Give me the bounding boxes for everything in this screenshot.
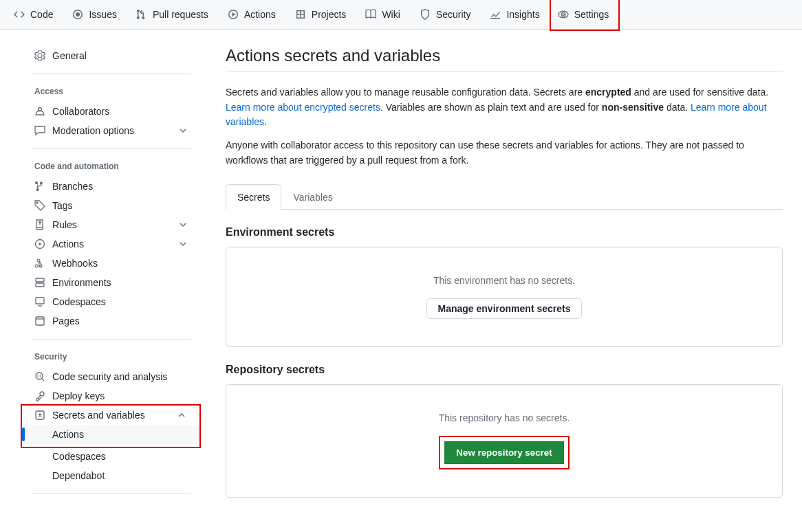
- sidebar-item-secrets[interactable]: Secrets and variables: [22, 406, 199, 425]
- repo-top-nav: Code Issues Pull requests Actions Projec…: [0, 0, 802, 30]
- env-empty-text: This environment has no secrets.: [237, 275, 771, 286]
- tab-code[interactable]: Code: [4, 0, 63, 30]
- manage-environment-secrets-button[interactable]: Manage environment secrets: [426, 298, 583, 319]
- webhook-icon: [34, 258, 45, 269]
- tab-issues[interactable]: Issues: [63, 0, 126, 30]
- sidebar-item-code-security[interactable]: Code security and analysis: [22, 367, 201, 386]
- sidebar-item-branches[interactable]: Branches: [22, 177, 201, 196]
- sidebar-item-tags[interactable]: Tags: [22, 196, 201, 215]
- link-encrypted-secrets[interactable]: Learn more about encrypted secrets: [226, 102, 380, 113]
- codescan-icon: [34, 371, 45, 382]
- sidebar-item-moderation[interactable]: Moderation options: [22, 121, 201, 140]
- people-icon: [34, 106, 45, 117]
- sidebar-sub-codespaces[interactable]: Codespaces: [22, 447, 201, 466]
- tab-projects[interactable]: Projects: [285, 0, 356, 30]
- server-icon: [34, 277, 45, 288]
- environment-secrets-box: This environment has no secrets. Manage …: [226, 247, 783, 347]
- sidebar-item-actions[interactable]: Actions: [22, 234, 201, 254]
- shield-icon: [420, 9, 431, 20]
- heading-environment-secrets: Environment secrets: [226, 226, 783, 239]
- git-pull-request-icon: [136, 9, 147, 20]
- gear-icon: [558, 9, 569, 20]
- sidebar-heading-access: Access: [22, 81, 201, 102]
- svg-rect-4: [36, 317, 44, 325]
- sidebar-item-collaborators[interactable]: Collaborators: [22, 102, 201, 121]
- new-repository-secret-button[interactable]: New repository secret: [444, 441, 563, 464]
- play-circle-icon: [34, 239, 45, 250]
- sidebar-sub-actions[interactable]: Actions: [22, 425, 199, 444]
- sidebar-item-codespaces[interactable]: Codespaces: [22, 292, 201, 311]
- chevron-up-icon: [176, 410, 187, 421]
- sidebar-item-webhooks[interactable]: Webhooks: [22, 254, 201, 273]
- sidebar-item-environments[interactable]: Environments: [22, 273, 201, 292]
- codespaces-icon: [34, 296, 45, 307]
- graph-icon: [490, 9, 501, 20]
- tab-settings[interactable]: Settings: [551, 0, 616, 30]
- sidebar-sub-dependabot[interactable]: Dependabot: [22, 466, 201, 485]
- key-asterisk-icon: [34, 410, 45, 421]
- git-branch-icon: [34, 181, 45, 192]
- highlight-secrets: Secrets and variables Actions: [21, 404, 201, 448]
- tab-secrets[interactable]: Secrets: [226, 184, 281, 210]
- svg-rect-2: [36, 283, 44, 287]
- settings-sidebar: General Access Collaborators Moderation …: [0, 30, 206, 520]
- sidebar-item-general[interactable]: General: [22, 46, 201, 65]
- code-icon: [14, 9, 25, 20]
- gear-icon: [34, 50, 45, 61]
- repo-push-icon: [34, 219, 45, 230]
- tab-pull-requests[interactable]: Pull requests: [127, 0, 218, 30]
- key-icon: [34, 390, 45, 401]
- repo-empty-text: This repository has no secrets.: [237, 412, 771, 423]
- sidebar-item-deploy-keys[interactable]: Deploy keys: [22, 386, 201, 406]
- tab-insights[interactable]: Insights: [480, 0, 549, 30]
- sidebar-item-pages[interactable]: Pages: [22, 311, 201, 331]
- page-title: Actions secrets and variables: [226, 46, 783, 65]
- svg-rect-1: [36, 278, 44, 282]
- browser-icon: [34, 315, 45, 326]
- chevron-down-icon: [177, 239, 188, 250]
- tag-icon: [34, 200, 45, 211]
- intro-paragraph-1: Secrets and variables allow you to manag…: [226, 85, 783, 130]
- svg-point-5: [36, 373, 43, 379]
- secrets-variables-tabs: Secrets Variables: [226, 184, 783, 210]
- highlight-settings: Settings: [550, 0, 620, 31]
- main-content: Actions secrets and variables Secrets an…: [206, 30, 802, 520]
- sidebar-item-rules[interactable]: Rules: [22, 215, 201, 234]
- chevron-down-icon: [177, 125, 188, 136]
- play-circle-icon: [228, 9, 239, 20]
- issue-icon: [72, 9, 83, 20]
- heading-repository-secrets: Repository secrets: [226, 364, 783, 376]
- book-icon: [365, 9, 376, 20]
- tab-security[interactable]: Security: [410, 0, 481, 30]
- highlight-new-secret: New repository secret: [439, 436, 569, 469]
- table-icon: [295, 9, 306, 20]
- tab-variables[interactable]: Variables: [281, 184, 344, 210]
- chevron-down-icon: [177, 219, 188, 230]
- sidebar-heading-security: Security: [22, 346, 201, 367]
- repository-secrets-box: This repository has no secrets. New repo…: [226, 384, 783, 498]
- comment-icon: [34, 125, 45, 136]
- intro-paragraph-2: Anyone with collaborator access to this …: [226, 138, 783, 168]
- sidebar-heading-code: Code and automation: [22, 156, 201, 177]
- svg-rect-3: [36, 298, 44, 304]
- tab-actions[interactable]: Actions: [218, 0, 285, 30]
- tab-wiki[interactable]: Wiki: [356, 0, 409, 30]
